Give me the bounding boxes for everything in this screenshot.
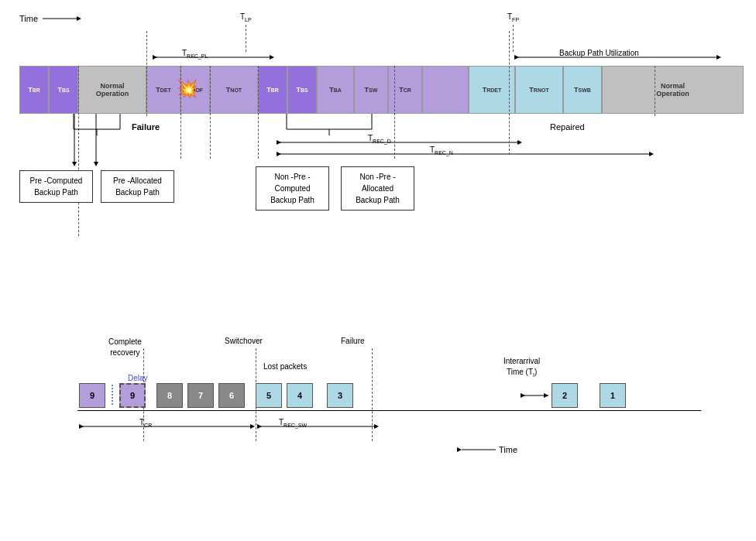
svg-marker-34 bbox=[257, 424, 262, 429]
svg-marker-17 bbox=[94, 162, 98, 166]
top-diagram: Time TLP TFP TREC_PL bbox=[8, 8, 747, 302]
bottom-diagram: Completerecovery Switchover Failure Lost… bbox=[8, 333, 747, 534]
seg-tcr: TCR bbox=[388, 66, 422, 114]
svg-marker-15 bbox=[72, 162, 77, 166]
packets-row: 9 9 8 7 6 5 4 3 bbox=[77, 383, 355, 408]
packet-8: 8 bbox=[156, 383, 183, 408]
svg-marker-28 bbox=[521, 393, 525, 398]
packets-right: 2 1 bbox=[550, 383, 627, 408]
non-pre-allocated-box: Non -Pre -AllocatedBackup Path bbox=[341, 166, 414, 211]
t-fp-label: TFP bbox=[507, 12, 519, 22]
t-rec-pl-arrow bbox=[151, 50, 275, 64]
seg-normal1: NormalOperation bbox=[78, 66, 146, 114]
time-text: Time bbox=[19, 14, 38, 23]
packet-4: 4 bbox=[287, 383, 313, 408]
t-cr-label: TCR bbox=[139, 418, 152, 428]
vline-8 bbox=[655, 66, 655, 116]
pre-allocated-box: Pre -AllocatedBackup Path bbox=[101, 170, 174, 203]
svg-marker-35 bbox=[374, 424, 379, 429]
seg-trnot: TRNOT bbox=[515, 66, 563, 114]
seg-tswb: TSWB bbox=[563, 66, 602, 114]
seg-tbs1: TBS bbox=[49, 66, 78, 114]
svg-marker-3 bbox=[153, 55, 157, 60]
seg-trdet: TRDET bbox=[469, 66, 515, 114]
seg-tnot: TNOT bbox=[210, 66, 258, 114]
svg-marker-4 bbox=[270, 55, 274, 60]
failure-label-bottom: Failure bbox=[341, 337, 365, 345]
svg-marker-9 bbox=[277, 140, 281, 145]
time-label: Time bbox=[19, 14, 81, 23]
svg-marker-29 bbox=[544, 393, 548, 398]
branch-lines-left bbox=[50, 114, 205, 137]
t-rec-sw-arrow bbox=[256, 419, 380, 433]
vline-5 bbox=[258, 66, 259, 159]
t-rec-n-arrow bbox=[275, 147, 655, 161]
seg-tbr2: TBR bbox=[258, 66, 287, 114]
seg-gap bbox=[422, 66, 469, 114]
seg-tba: TBA bbox=[317, 66, 354, 114]
packet-1: 1 bbox=[600, 383, 626, 408]
svg-marker-37 bbox=[457, 447, 462, 452]
lost-packets-label: Lost packets bbox=[263, 362, 307, 371]
svg-marker-32 bbox=[250, 424, 255, 429]
t-rec-sw-container: TREC_SW bbox=[256, 419, 380, 435]
vline-7 bbox=[509, 31, 510, 155]
interarrival-arrow bbox=[519, 383, 550, 408]
t-rec-n-container: TREC_N bbox=[275, 147, 655, 163]
bottom-time-arrow bbox=[457, 445, 496, 454]
packet-5: 5 bbox=[256, 383, 282, 408]
delay-arrow bbox=[108, 383, 116, 408]
pre-computed-box: Pre -ComputedBackup Path bbox=[19, 170, 93, 203]
baseline bbox=[77, 410, 701, 411]
t-lp-label: TLP bbox=[240, 12, 252, 22]
svg-marker-13 bbox=[649, 152, 654, 156]
seg-tbs2: TBS bbox=[287, 66, 317, 114]
interarrival-arrow-row bbox=[519, 383, 550, 408]
switchover-label: Switchover bbox=[225, 337, 263, 345]
svg-marker-31 bbox=[79, 424, 84, 429]
timeline-bar: TBR TBS NormalOperation TDET THOF TNOT T… bbox=[19, 66, 744, 114]
t-rec-sw-label: TREC_SW bbox=[279, 418, 307, 428]
t-rec-pl-label: TREC_PL bbox=[182, 49, 208, 59]
t-rec-n-label: TREC_N bbox=[430, 146, 453, 156]
svg-marker-7 bbox=[716, 55, 721, 60]
branch-lines-right bbox=[271, 114, 465, 137]
main-container: Time TLP TFP TREC_PL bbox=[0, 0, 756, 541]
vline-2 bbox=[146, 31, 147, 116]
packet-9-dashed: 9 bbox=[119, 383, 146, 408]
time-arrow bbox=[43, 14, 81, 23]
spacer bbox=[581, 383, 596, 408]
vline-6 bbox=[394, 66, 395, 159]
repaired-label: Repaired bbox=[550, 122, 585, 132]
packet-2: 2 bbox=[552, 383, 578, 408]
complete-recovery-label: Completerecovery bbox=[108, 337, 142, 358]
svg-marker-1 bbox=[77, 16, 81, 21]
packet-7: 7 bbox=[187, 383, 214, 408]
t-cr-container: TCR bbox=[77, 419, 256, 435]
seg-tdet: TDET bbox=[146, 66, 180, 114]
non-pre-computed-box: Non -Pre -ComputedBackup Path bbox=[256, 166, 329, 211]
packet-9-solid: 9 bbox=[79, 383, 105, 408]
t-cr-arrow bbox=[77, 419, 256, 433]
t-fp-vline bbox=[513, 25, 514, 52]
bottom-time-label: Time bbox=[457, 445, 517, 454]
delay-label: Delay bbox=[128, 374, 148, 382]
svg-marker-6 bbox=[514, 55, 519, 60]
packet-6: 6 bbox=[218, 383, 245, 408]
seg-normal2: NormalOperation bbox=[602, 66, 744, 114]
bottom-time-text: Time bbox=[499, 445, 517, 454]
seg-tsw: TSW bbox=[354, 66, 388, 114]
interarrival-label: InterarrivalTime (TI) bbox=[503, 356, 540, 379]
t-rec-pl-container: TREC_PL bbox=[151, 50, 275, 66]
vline-3 bbox=[180, 66, 181, 159]
backup-util-label: Backup Path Utilization bbox=[559, 49, 639, 57]
vline-4 bbox=[210, 66, 211, 159]
packet-3: 3 bbox=[327, 383, 353, 408]
svg-marker-10 bbox=[517, 140, 522, 145]
backup-util-container: Backup Path Utilization bbox=[513, 50, 722, 66]
svg-marker-12 bbox=[277, 152, 281, 156]
t-lp-vline bbox=[246, 25, 246, 52]
seg-tbr1: TBR bbox=[19, 66, 49, 114]
